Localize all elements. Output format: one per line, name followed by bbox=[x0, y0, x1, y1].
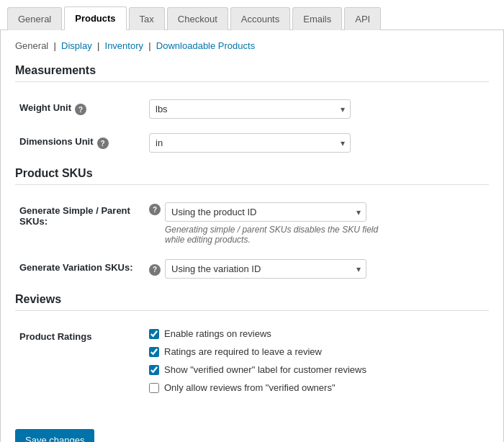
weight-unit-label: Weight Unit bbox=[19, 102, 71, 113]
measurements-table: Weight Unit ? lbs kg oz g Dimensions bbox=[15, 92, 489, 160]
checkbox-label-0: Enable ratings on reviews bbox=[164, 328, 271, 339]
checkbox-row-2: Show "verified owner" label for customer… bbox=[149, 364, 485, 375]
simple-skus-help-icon[interactable]: ? bbox=[149, 204, 161, 215]
tab-api[interactable]: API bbox=[344, 7, 381, 30]
weight-unit-select[interactable]: lbs kg oz g bbox=[149, 99, 351, 119]
weight-help-icon[interactable]: ? bbox=[75, 104, 86, 115]
simple-skus-desc: Generating simple / parent SKUs disables… bbox=[165, 225, 395, 245]
tab-checkout[interactable]: Checkout bbox=[167, 7, 228, 30]
weight-unit-select-wrapper: lbs kg oz g bbox=[149, 99, 351, 119]
save-changes-button[interactable]: Save changes bbox=[15, 429, 94, 442]
checkbox-required-ratings[interactable] bbox=[149, 347, 159, 357]
dimensions-help-icon[interactable]: ? bbox=[97, 137, 109, 149]
checkbox-label-3: Only allow reviews from "verified owners… bbox=[164, 382, 336, 393]
dimensions-unit-select[interactable]: in cm m mm bbox=[149, 133, 351, 153]
reviews-title: Reviews bbox=[15, 293, 489, 311]
checkbox-enable-ratings[interactable] bbox=[149, 329, 159, 339]
tab-accounts[interactable]: Accounts bbox=[230, 7, 290, 30]
checkbox-row-3: Only allow reviews from "verified owners… bbox=[149, 382, 485, 393]
subnav-inventory[interactable]: Inventory bbox=[105, 40, 143, 51]
product-ratings-label: Product Ratings bbox=[19, 331, 91, 342]
subnav-display[interactable]: Display bbox=[61, 40, 92, 51]
checkbox-label-2: Show "verified owner" label for customer… bbox=[164, 364, 366, 375]
simple-skus-label: Generate Simple / Parent SKUs: bbox=[19, 205, 140, 227]
measurements-title: Measurements bbox=[15, 64, 489, 82]
tab-general[interactable]: General bbox=[7, 7, 62, 30]
checkbox-verified-owner[interactable] bbox=[149, 365, 159, 375]
dimensions-unit-select-wrapper: in cm m mm bbox=[149, 133, 351, 153]
product-skus-title: Product SKUs bbox=[15, 167, 489, 185]
tab-emails[interactable]: Emails bbox=[292, 7, 342, 30]
simple-skus-select[interactable]: Using the product ID No Yes, for simple … bbox=[165, 202, 366, 222]
variation-skus-select[interactable]: Using the variation ID No Yes bbox=[165, 259, 366, 279]
product-skus-table: Generate Simple / Parent SKUs: ? Using t… bbox=[15, 195, 489, 286]
tabs-bar: General Products Tax Checkout Accounts E… bbox=[0, 0, 504, 30]
checkbox-label-1: Ratings are required to leave a review bbox=[164, 346, 322, 357]
checkbox-row-0: Enable ratings on reviews bbox=[149, 328, 485, 339]
checkbox-row-1: Ratings are required to leave a review bbox=[149, 346, 485, 357]
checkbox-only-verified[interactable] bbox=[149, 383, 159, 393]
variation-skus-select-wrapper: Using the variation ID No Yes bbox=[165, 259, 366, 279]
content-area: General | Display | Inventory | Download… bbox=[0, 30, 504, 442]
variation-skus-help-icon[interactable]: ? bbox=[149, 264, 161, 276]
subnav-general: General bbox=[15, 40, 48, 51]
variation-skus-label: Generate Variation SKUs: bbox=[19, 262, 133, 273]
simple-skus-select-wrapper: Using the product ID No Yes, for simple … bbox=[165, 202, 366, 222]
tab-tax[interactable]: Tax bbox=[129, 7, 165, 30]
sub-nav: General | Display | Inventory | Download… bbox=[15, 40, 489, 51]
dimensions-unit-label: Dimensions Unit bbox=[19, 136, 94, 147]
tab-products[interactable]: Products bbox=[64, 6, 126, 30]
subnav-downloadable[interactable]: Downloadable Products bbox=[156, 40, 255, 51]
reviews-table: Product Ratings Enable ratings on review… bbox=[15, 321, 489, 407]
